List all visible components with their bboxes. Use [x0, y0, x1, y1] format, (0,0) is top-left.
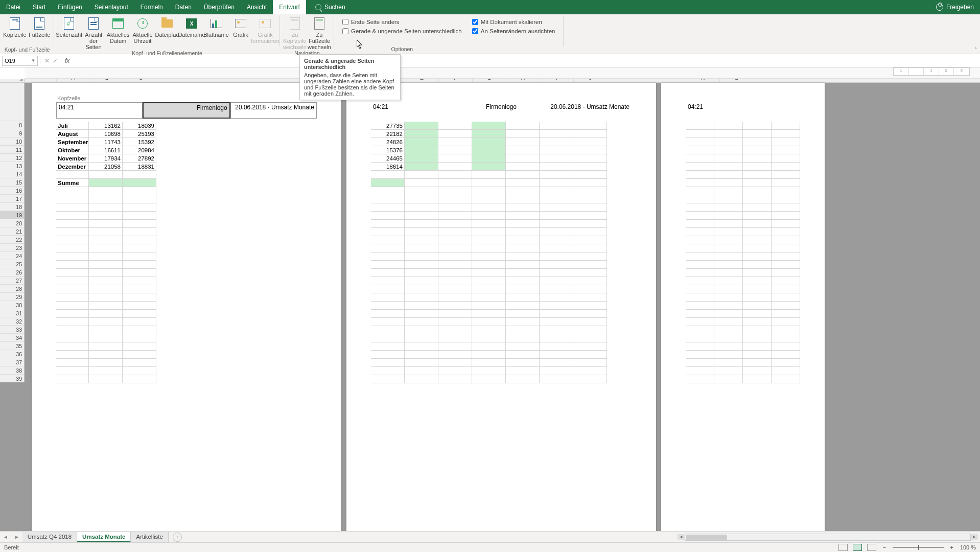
cell[interactable] [772, 261, 800, 269]
cell[interactable]: 16611 [89, 146, 123, 154]
cell[interactable] [472, 171, 506, 179]
cell[interactable] [123, 220, 156, 228]
cell[interactable] [714, 130, 743, 138]
cell[interactable] [573, 146, 607, 154]
cell[interactable] [714, 285, 743, 293]
cell[interactable] [405, 375, 438, 383]
cell[interactable] [743, 138, 772, 146]
cell[interactable] [405, 261, 438, 269]
cell[interactable] [506, 367, 540, 375]
cell[interactable] [506, 326, 540, 334]
cell[interactable] [540, 195, 573, 203]
cell[interactable] [123, 342, 156, 351]
cell[interactable] [89, 367, 123, 375]
cell[interactable] [405, 334, 438, 342]
cell[interactable] [772, 277, 800, 285]
cell[interactable] [714, 146, 743, 154]
share-button[interactable]: Freigeben [936, 4, 974, 11]
cell[interactable] [686, 122, 714, 130]
cell[interactable] [506, 359, 540, 367]
cell[interactable] [89, 334, 123, 342]
cell[interactable] [573, 318, 607, 326]
cell[interactable] [56, 203, 89, 212]
cell[interactable] [540, 252, 573, 261]
row-header-13[interactable]: 13 [0, 162, 25, 170]
cell[interactable] [438, 359, 472, 367]
cell[interactable] [686, 236, 714, 244]
cell[interactable] [573, 277, 607, 285]
horizontal-scrollbar[interactable]: ◄ ► [685, 534, 971, 541]
cell[interactable] [772, 203, 800, 212]
cell[interactable] [573, 334, 607, 342]
cell[interactable] [123, 310, 156, 318]
cell[interactable] [405, 195, 438, 203]
cell[interactable] [405, 179, 438, 187]
cell[interactable] [405, 171, 438, 179]
erste-seite-anders-checkbox[interactable]: Erste Seite anders [342, 18, 462, 26]
cell[interactable] [506, 171, 540, 179]
cell[interactable] [371, 187, 405, 195]
cell[interactable] [506, 228, 540, 236]
cell[interactable] [438, 261, 472, 269]
cell[interactable] [56, 302, 89, 310]
cell[interactable] [714, 375, 743, 383]
cell[interactable] [371, 252, 405, 261]
cell[interactable] [686, 367, 714, 375]
cell[interactable] [438, 187, 472, 195]
cell[interactable] [540, 122, 573, 130]
cell[interactable] [540, 277, 573, 285]
row-header-24[interactable]: 24 [0, 251, 25, 260]
cell[interactable] [438, 277, 472, 285]
header-center-box[interactable]: Firmenlogo [143, 102, 230, 119]
cell[interactable] [573, 138, 607, 146]
view-pagebreak-button[interactable] [867, 544, 876, 551]
cell[interactable] [56, 375, 89, 383]
mit-dokument-skalieren-checkbox[interactable]: Mit Dokument skalieren [472, 18, 555, 26]
cell[interactable]: 18614 [371, 163, 405, 171]
cell[interactable] [56, 269, 89, 277]
menu-tab-formeln[interactable]: Formeln [134, 0, 169, 14]
cell[interactable] [123, 171, 156, 179]
cell[interactable] [772, 154, 800, 163]
cell[interactable] [772, 179, 800, 187]
accept-formula-button[interactable]: ✓ [53, 57, 58, 64]
cell[interactable] [772, 212, 800, 220]
cell[interactable] [540, 375, 573, 383]
cell[interactable] [371, 195, 405, 203]
cell[interactable] [540, 359, 573, 367]
cell[interactable] [772, 351, 800, 359]
cell[interactable] [371, 269, 405, 277]
row-header-8[interactable]: 8 [0, 121, 25, 129]
cell[interactable] [405, 228, 438, 236]
summe-cell[interactable] [89, 179, 123, 187]
cell[interactable] [540, 285, 573, 293]
cell[interactable] [540, 310, 573, 318]
cell[interactable] [438, 334, 472, 342]
margin-ruler[interactable]: 1123 [893, 67, 970, 76]
select-all-button[interactable] [0, 79, 25, 83]
cell[interactable] [743, 342, 772, 351]
cell[interactable] [472, 285, 506, 293]
cell[interactable] [506, 261, 540, 269]
cell[interactable] [540, 163, 573, 171]
cell[interactable] [405, 163, 438, 171]
row-header-10[interactable]: 10 [0, 137, 25, 145]
cell[interactable] [743, 318, 772, 326]
cell[interactable] [573, 359, 607, 367]
cell[interactable] [714, 212, 743, 220]
row-header-22[interactable]: 22 [0, 235, 25, 243]
cell[interactable] [438, 154, 472, 163]
cell[interactable]: 10698 [89, 130, 123, 138]
cell[interactable] [573, 244, 607, 252]
cell[interactable] [772, 302, 800, 310]
cell[interactable] [686, 375, 714, 383]
cell[interactable] [772, 138, 800, 146]
aktuelle-uhrzeit-button[interactable]: Aktuelle Uhrzeit [131, 15, 154, 50]
cell[interactable] [686, 163, 714, 171]
cell[interactable] [573, 163, 607, 171]
cell[interactable] [405, 236, 438, 244]
chevron-down-icon[interactable]: ▼ [31, 58, 35, 63]
cell[interactable] [573, 310, 607, 318]
cancel-formula-button[interactable]: ✕ [44, 57, 50, 64]
cell[interactable] [772, 285, 800, 293]
